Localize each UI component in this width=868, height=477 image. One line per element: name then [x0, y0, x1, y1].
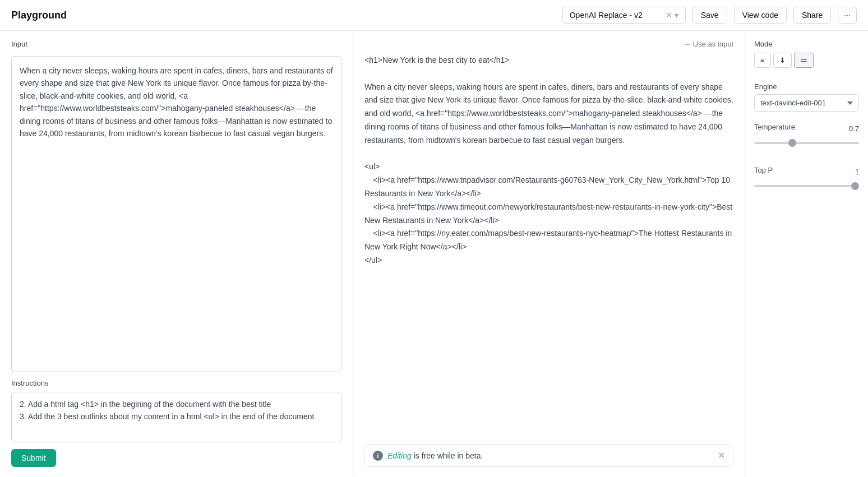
instructions-textarea[interactable]: 2. Add a html tag <h1> in the begining o… [11, 392, 341, 442]
mode-list-icon[interactable]: ≡ [754, 53, 771, 68]
mode-label: Mode [754, 40, 859, 48]
more-options-button[interactable]: ··· [838, 7, 857, 24]
input-textarea[interactable]: When a city never sleeps, waking hours a… [11, 56, 341, 372]
model-selector-text: OpenAI Replace - v2 [570, 11, 661, 20]
top-p-slider[interactable] [754, 185, 859, 187]
temperature-value: 0.7 [849, 124, 859, 133]
temperature-slider[interactable] [754, 142, 859, 144]
mode-edit-icon[interactable]: ≔ [794, 53, 814, 68]
model-selector-icons: ✕ ▾ [666, 11, 678, 20]
top-p-section: Top P 1 [754, 166, 859, 198]
right-panel: Mode ≡ ⬇ ≔ Engine text-davinci-edit-001 … [745, 31, 868, 476]
mode-icons: ≡ ⬇ ≔ [754, 53, 859, 68]
model-selector[interactable]: OpenAI Replace - v2 ✕ ▾ [562, 7, 686, 24]
use-as-input-button[interactable]: ← Use as input [684, 40, 733, 48]
instructions-section: Instructions 2. Add a html tag <h1> in t… [11, 379, 341, 442]
middle-panel: ← Use as input <h1>New York is the best … [353, 31, 745, 476]
output-area: <h1>New York is the best city to eat</h1… [364, 54, 733, 435]
app-title: Playground [11, 10, 67, 21]
share-button[interactable]: Share [793, 7, 831, 24]
beta-notice: i Editing is free while in beta. ✕ [364, 444, 733, 467]
view-code-button[interactable]: View code [734, 7, 787, 24]
input-label: Input [11, 40, 341, 48]
engine-section: Engine text-davinci-edit-001 code-davinc… [754, 82, 859, 112]
save-button[interactable]: Save [692, 7, 727, 24]
temperature-label: Temperature [754, 123, 795, 131]
beta-close-button[interactable]: ✕ [718, 450, 725, 461]
beta-editing-label: Editing [387, 451, 412, 460]
beta-text: Editing is free while in beta. [387, 451, 483, 460]
left-panel: Input When a city never sleeps, waking h… [0, 31, 353, 476]
top-p-value: 1 [855, 168, 859, 176]
instructions-label: Instructions [11, 379, 341, 387]
engine-select[interactable]: text-davinci-edit-001 code-davinci-edit-… [754, 94, 859, 112]
submit-button[interactable]: Submit [11, 449, 56, 467]
top-p-label: Top P [754, 166, 773, 174]
info-icon: i [373, 451, 383, 461]
engine-label: Engine [754, 82, 859, 91]
mode-download-icon[interactable]: ⬇ [773, 53, 792, 68]
temperature-section: Temperature 0.7 [754, 123, 859, 155]
